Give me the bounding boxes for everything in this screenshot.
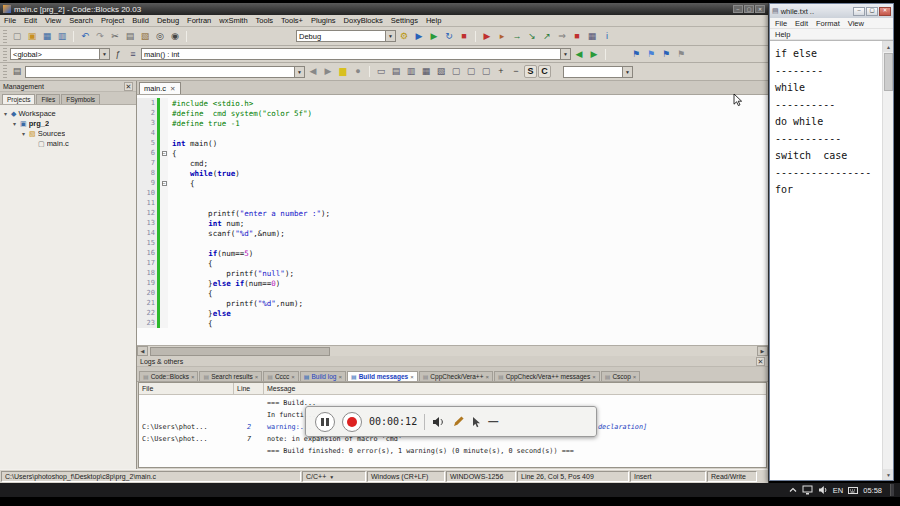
scroll-right-icon[interactable]: ▶ — [757, 346, 768, 356]
right-combo[interactable]: ▼ — [563, 66, 633, 78]
notepad-menu-format[interactable]: Format — [812, 19, 844, 28]
management-caption[interactable]: Management ✕ — [0, 81, 136, 92]
step-into-icon[interactable]: ↘ — [525, 30, 539, 43]
close-icon[interactable]: × — [191, 374, 195, 380]
goto-function-icon[interactable]: ƒ — [111, 48, 125, 61]
step-out-icon[interactable]: ↗ — [540, 30, 554, 43]
expand-arrow-icon[interactable]: ▾ — [11, 120, 18, 127]
close-icon[interactable]: ✕ — [170, 85, 175, 93]
codeblocks-titlebar[interactable]: main.c [prg_2] - Code::Blocks 20.03 ‒ ▢ … — [0, 3, 768, 15]
show-desktop-button[interactable] — [890, 484, 894, 496]
page-layout-icon-1[interactable]: ▤ — [389, 65, 403, 78]
management-tab-files[interactable]: Files — [36, 94, 60, 104]
log-tab-build-messages[interactable]: ▤Build messages× — [347, 371, 418, 381]
menu-plugins[interactable]: Plugins — [307, 16, 340, 25]
expand-arrow-icon[interactable]: ▾ — [20, 130, 27, 137]
menu-help[interactable]: Help — [422, 16, 445, 25]
zoom-out-icon[interactable]: − — [509, 65, 523, 78]
menu-search[interactable]: Search — [65, 16, 97, 25]
menu-doxyblocks[interactable]: DoxyBlocks — [340, 16, 387, 25]
volume-tray-icon[interactable] — [818, 485, 828, 495]
debug-info-icon[interactable]: i — [600, 30, 614, 43]
menu-settings[interactable]: Settings — [387, 16, 422, 25]
abort-icon[interactable]: ■ — [457, 30, 471, 43]
class-browser-icon[interactable]: ≡ — [126, 48, 140, 61]
window-split-icon-2[interactable]: ▢ — [464, 65, 478, 78]
menu-tools[interactable]: Tools — [252, 16, 278, 25]
close-icon[interactable]: × — [338, 374, 342, 380]
debug-windows-icon[interactable]: ▦ — [585, 30, 599, 43]
search-back-icon[interactable]: ◀ — [306, 65, 320, 78]
doxyblocks-icon[interactable]: ▤ — [10, 65, 24, 78]
minimize-icon[interactable]: ‒ — [733, 5, 743, 13]
undo-icon[interactable]: ↶ — [78, 30, 92, 43]
copy-icon[interactable]: ▤ — [123, 30, 137, 43]
highlight-icon[interactable]: ▆ — [336, 65, 350, 78]
close-icon[interactable]: ✕ — [124, 82, 133, 91]
menu-project[interactable]: Project — [97, 16, 128, 25]
find-icon[interactable]: ◎ — [153, 30, 167, 43]
pointer-tool-icon[interactable] — [471, 416, 481, 428]
pause-button[interactable] — [315, 412, 335, 432]
new-file-icon[interactable]: ▢ — [10, 30, 24, 43]
log-tab-cccc[interactable]: ▤Cccc× — [263, 371, 299, 381]
close-icon[interactable]: × — [410, 374, 414, 380]
maximize-icon[interactable]: ▢ — [744, 5, 754, 13]
close-icon[interactable]: × — [592, 374, 596, 380]
toolbar-grip[interactable] — [3, 30, 7, 43]
rebuild-icon[interactable]: ↻ — [442, 30, 456, 43]
run-to-cursor-icon[interactable]: ▸ — [495, 30, 509, 43]
next-instruction-icon[interactable]: ⇒ — [555, 30, 569, 43]
save-icon[interactable]: ▦ — [40, 30, 54, 43]
run-icon[interactable]: ▶ — [412, 30, 426, 43]
close-icon[interactable]: ✕ — [755, 5, 765, 13]
notepad-text-area[interactable]: if else--------while----------do while--… — [770, 40, 893, 480]
close-icon[interactable]: ✕ — [756, 357, 765, 366]
code-area[interactable]: 1#include <stdio.h>2#define cmd system("… — [137, 95, 768, 345]
next-bookmark-flag-icon[interactable]: ⚑ — [659, 48, 673, 61]
jump-back-icon[interactable]: ◀ — [572, 48, 586, 61]
display-tray-icon[interactable] — [802, 485, 813, 495]
window-split-icon-3[interactable]: ▢ — [479, 65, 493, 78]
page-layout-icon-2[interactable]: ▥ — [404, 65, 418, 78]
notepad-scrollbar[interactable]: ▲ ▼ — [882, 41, 893, 480]
management-tab-projects[interactable]: Projects — [2, 94, 35, 104]
fold-collapse-icon[interactable]: – — [162, 151, 167, 156]
keyboard-layout-icon[interactable] — [848, 486, 858, 495]
save-all-icon[interactable]: ▥ — [55, 30, 69, 43]
zoom-in-icon[interactable]: + — [494, 65, 508, 78]
tree-item-main-c[interactable]: ▢main.c — [0, 138, 136, 148]
page-layout-icon-3[interactable]: ▦ — [419, 65, 433, 78]
jump-forward-icon[interactable]: ▶ — [587, 48, 601, 61]
build-target-combo[interactable]: Debug ▼ — [296, 30, 396, 42]
selection-mode-icon[interactable]: ▭ — [374, 65, 388, 78]
scrollbar-thumb[interactable] — [150, 347, 330, 356]
structure-parser-button[interactable]: S — [524, 65, 537, 78]
notepad-titlebar[interactable]: ▤ while.txt .. ‒ ▢ ✕ — [770, 4, 893, 18]
maximize-icon[interactable]: ▢ — [866, 7, 878, 16]
scope-combo[interactable]: <global> ▼ — [10, 48, 110, 60]
log-tab-build-log[interactable]: ▤Build log× — [300, 371, 346, 381]
log-tab-cppcheck-vera[interactable]: ▤CppCheck/Vera++× — [419, 371, 493, 381]
minimize-icon[interactable]: ‒ — [853, 7, 865, 16]
clock[interactable]: 05:58 — [863, 486, 882, 495]
page-layout-icon-4[interactable]: ▧ — [434, 65, 448, 78]
toolbar-grip[interactable] — [3, 48, 7, 61]
match-case-icon[interactable]: ● — [351, 65, 365, 78]
scroll-left-icon[interactable]: ◀ — [137, 346, 148, 356]
menu-build[interactable]: Build — [128, 16, 153, 25]
dropdown-arrow-icon[interactable]: ▼ — [329, 474, 334, 480]
build-icon[interactable]: ⚙ — [397, 30, 411, 43]
log-row[interactable]: === Build finished: 0 error(s), 1 warnin… — [139, 445, 766, 457]
close-icon[interactable]: × — [633, 374, 637, 380]
menu-tools[interactable]: Tools+ — [277, 16, 307, 25]
tree-item-workspace[interactable]: ▾◆Workspace — [0, 108, 136, 118]
editor-horizontal-scrollbar[interactable]: ◀ ▶ — [137, 345, 768, 356]
expand-arrow-icon[interactable]: ▾ — [2, 110, 9, 117]
notepad-menu-file[interactable]: File — [771, 19, 791, 28]
language-indicator[interactable]: EN — [833, 486, 843, 495]
cut-icon[interactable]: ✂ — [108, 30, 122, 43]
prev-bookmark-flag-icon[interactable]: ⚑ — [644, 48, 658, 61]
management-tab-fsymbols[interactable]: FSymbols — [61, 94, 100, 104]
comment-button[interactable]: C — [538, 65, 551, 78]
